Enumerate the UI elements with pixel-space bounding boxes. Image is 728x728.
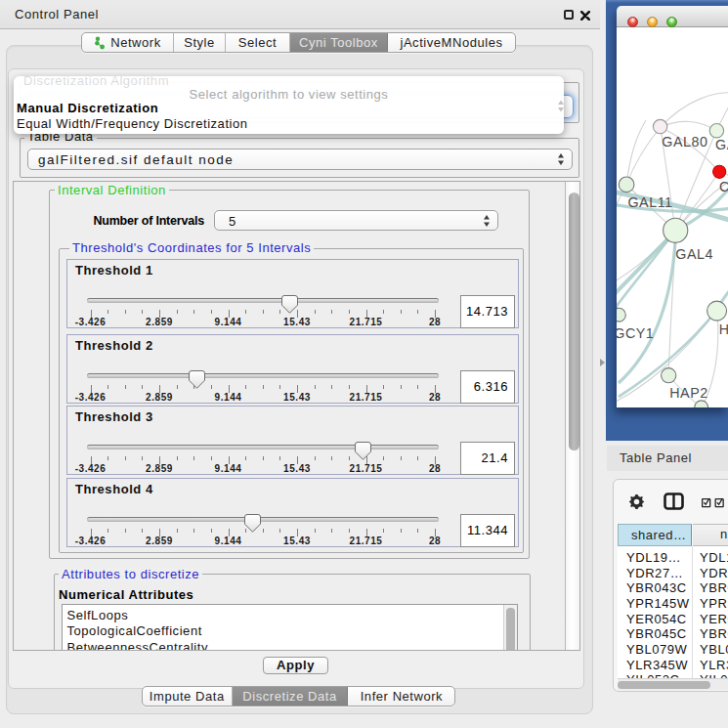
- svg-text:HAP2: HAP2: [669, 385, 708, 401]
- svg-text:GAL80: GAL80: [662, 134, 707, 150]
- svg-text:GAL11: GAL11: [627, 194, 672, 210]
- svg-text:C: C: [719, 179, 728, 194]
- svg-text:GA: GA: [715, 137, 728, 152]
- svg-text:H: H: [719, 321, 728, 337]
- svg-text:GAL4: GAL4: [675, 246, 713, 262]
- svg-text:GCY1: GCY1: [617, 325, 654, 341]
